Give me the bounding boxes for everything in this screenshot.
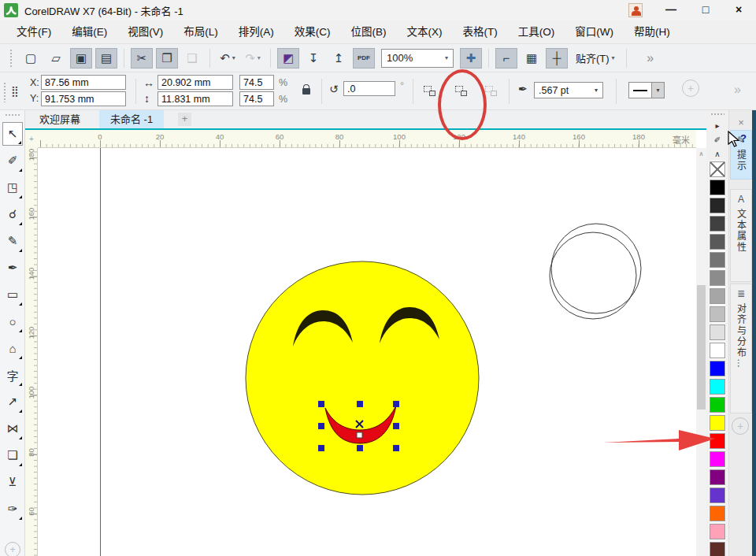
import-button[interactable]: ↧ <box>302 48 324 69</box>
tab-untitled-1[interactable]: 未命名 -1 <box>99 110 164 128</box>
show-grid-button[interactable]: ▦ <box>521 48 543 69</box>
menu-item-4[interactable]: 排列(A) <box>228 21 284 43</box>
show-guidelines-button[interactable]: ┼ <box>546 48 568 69</box>
zoom-level-select[interactable]: 100%▾ <box>381 49 454 68</box>
curve-node[interactable] <box>357 432 362 438</box>
transparency-tool[interactable]: ⊻ <box>2 470 23 494</box>
color-swatch-gray-40[interactable] <box>710 288 725 304</box>
text-tool[interactable]: 字 <box>2 363 23 387</box>
palette-picker-icon[interactable]: ✐ <box>706 134 728 146</box>
object-width-input[interactable]: 20.902 mm <box>158 75 233 90</box>
outline-width-select[interactable]: .567 pt ▾ <box>534 82 603 98</box>
vertical-scrollbar[interactable]: ∧ <box>696 148 706 556</box>
export-button[interactable]: ↥ <box>328 48 350 69</box>
color-swatch-gray-60[interactable] <box>710 252 725 268</box>
menu-item-11[interactable]: 帮助(H) <box>624 21 680 43</box>
palette-grip[interactable] <box>710 113 724 116</box>
drop-shadow-tool[interactable]: ❏ <box>2 443 23 467</box>
color-swatch-purple[interactable] <box>710 469 725 485</box>
add-tool-button[interactable]: + <box>5 542 20 556</box>
lock-ratio-button[interactable] <box>302 88 310 95</box>
scale-y-input[interactable]: 74.5 <box>239 91 274 106</box>
undo-button[interactable]: ↶▾ <box>217 48 239 69</box>
zoom-tool[interactable]: ☌ <box>2 202 23 226</box>
ellipse-tool[interactable]: ○ <box>2 310 23 333</box>
menu-item-5[interactable]: 效果(C) <box>284 21 341 43</box>
toolbar-overflow-button[interactable]: » <box>639 48 662 69</box>
color-swatch-gray-10[interactable] <box>710 324 725 340</box>
selection-handle[interactable] <box>393 445 399 451</box>
color-swatch-gray-50[interactable] <box>710 270 725 286</box>
cut-button[interactable]: ✂ <box>131 48 153 69</box>
color-swatch-orange[interactable] <box>710 506 725 521</box>
smiley-face-circle[interactable] <box>246 261 479 495</box>
color-swatch-brown[interactable] <box>710 542 725 556</box>
y-position-input[interactable]: 91.753 mm <box>41 91 126 106</box>
selection-handle[interactable] <box>318 423 324 429</box>
fullscreen-preview-button[interactable]: ✚ <box>460 48 482 69</box>
open-button[interactable]: ▱ <box>45 48 67 69</box>
copy-button[interactable]: ❐ <box>156 48 178 69</box>
palette-flyout-button[interactable]: ▸ <box>706 120 728 132</box>
tab-welcome-screen[interactable]: 欢迎屏幕 <box>28 110 91 128</box>
save-button[interactable]: ▣ <box>70 48 92 69</box>
pick-tool[interactable]: ↖ <box>2 122 23 146</box>
propbar-overflow-button[interactable]: » <box>734 83 741 97</box>
color-swatch-white[interactable] <box>710 343 725 358</box>
color-swatch-gray-70[interactable] <box>710 234 725 250</box>
ruler-origin-button[interactable]: + <box>25 130 38 148</box>
docker-close-button[interactable]: × <box>735 117 747 129</box>
new-document-button[interactable]: ▢ <box>20 48 42 69</box>
print-button[interactable]: ▤ <box>95 48 117 69</box>
color-swatch-gray-80[interactable] <box>710 216 725 232</box>
menu-item-0[interactable]: 文件(F) <box>6 21 61 43</box>
object-height-input[interactable]: 11.831 mm <box>158 91 233 106</box>
outline-circle-1[interactable] <box>551 224 641 313</box>
selection-handle[interactable] <box>357 401 363 407</box>
selection-handle[interactable] <box>357 445 363 451</box>
show-rulers-button[interactable]: ⌐ <box>495 48 517 69</box>
outline-circle-2[interactable] <box>550 232 636 319</box>
docker-tab-text-properties[interactable]: A文本属性 <box>730 189 752 282</box>
outline-style-select[interactable]: ▾ <box>628 82 665 98</box>
drawing-canvas[interactable] <box>38 148 696 556</box>
vertical-ruler[interactable]: 1801601401201008060 <box>25 148 38 556</box>
menu-item-3[interactable]: 布局(L) <box>173 21 228 43</box>
rectangle-tool[interactable]: ▭ <box>2 283 23 306</box>
close-curve-button[interactable] <box>485 86 497 96</box>
horizontal-ruler[interactable]: 毫米 020406080100120140160180 <box>38 130 696 148</box>
scale-x-input[interactable]: 74.5 <box>239 75 274 90</box>
minimize-button[interactable]: — <box>655 0 687 20</box>
scrollbar-thumb[interactable] <box>697 285 706 410</box>
connector-tool[interactable]: ⋈ <box>2 417 23 440</box>
menu-item-8[interactable]: 表格(T) <box>453 21 508 43</box>
rotation-angle-input[interactable]: .0 <box>343 81 395 96</box>
selection-handle[interactable] <box>318 445 324 451</box>
menu-item-6[interactable]: 位图(B) <box>341 21 397 43</box>
palette-scroll-up-button[interactable]: ∧ <box>706 148 728 161</box>
maximize-button[interactable]: □ <box>690 0 721 20</box>
dimension-tool[interactable]: ↗ <box>2 390 23 413</box>
new-tab-button[interactable]: + <box>178 113 191 126</box>
color-swatch-gray-30[interactable] <box>710 306 725 322</box>
color-swatch-no-color[interactable] <box>710 161 725 177</box>
color-swatch-black[interactable] <box>710 180 725 195</box>
menu-item-9[interactable]: 工具(O) <box>508 21 565 43</box>
toolbox-grip[interactable] <box>5 113 20 117</box>
artistic-media-tool[interactable]: ✒ <box>2 256 23 280</box>
freehand-tool[interactable]: ✎ <box>2 229 23 253</box>
close-button[interactable]: × <box>723 0 754 20</box>
menu-item-2[interactable]: 视图(V) <box>117 21 173 43</box>
color-swatch-green[interactable] <box>710 397 725 413</box>
menu-item-1[interactable]: 编辑(E) <box>61 21 117 43</box>
snap-to-dropdown[interactable]: 贴齐(T)▾ <box>569 48 621 69</box>
color-swatch-magenta[interactable] <box>710 451 725 467</box>
color-swatch-violet[interactable] <box>710 487 725 503</box>
crop-tool[interactable]: ◳ <box>2 176 23 199</box>
shape-tool[interactable]: ✐ <box>2 149 23 172</box>
app-launcher-button[interactable]: ◩ <box>277 48 299 69</box>
scroll-up-button[interactable]: ∧ <box>696 148 706 160</box>
pdf-button[interactable]: PDF <box>353 48 375 69</box>
selection-handle[interactable] <box>393 401 399 407</box>
user-account-icon[interactable] <box>628 3 643 17</box>
